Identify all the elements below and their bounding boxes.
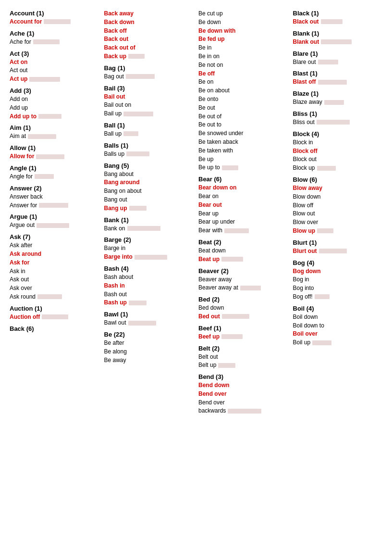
list-item: Bang out <box>104 196 194 204</box>
list-item: Be snowed under <box>198 129 288 138</box>
entry: Back awayBack downBack offBack outBack o… <box>104 10 194 61</box>
phrase-text: Bash in <box>104 282 125 290</box>
phrase-list: Bawl out <box>104 319 194 327</box>
phrase-text: Block up <box>293 164 315 172</box>
phrase-text: Beaver away at <box>198 284 238 292</box>
list-item: Bear up under <box>198 218 288 226</box>
list-item: Bail up <box>104 110 194 118</box>
frequency-bar <box>222 314 249 319</box>
phrase-list: Beat downBeat up <box>198 247 288 264</box>
phrase-text: Blow out <box>293 210 315 218</box>
phrase-text: Be up to <box>198 163 220 172</box>
entry: Act (3)Act onAct outAct up <box>10 50 99 83</box>
entry-header: Ball (1) <box>104 122 194 129</box>
phrase-text: Block off <box>293 147 318 155</box>
entry: Barge (2)Barge inBarge into <box>104 236 194 261</box>
entry-header: Blank (1) <box>293 30 383 37</box>
list-item: Blurt out <box>293 247 383 255</box>
list-item: Be cut up <box>198 10 288 18</box>
phrase-text: Ask over <box>10 284 32 292</box>
phrase-text: Bear out <box>198 201 222 209</box>
list-item: Be taken aback <box>198 138 288 146</box>
list-item: Ball up <box>104 130 194 138</box>
list-item: Blast off <box>293 78 383 86</box>
entry: Bed (2)Bed downBed out <box>198 296 288 321</box>
phrase-text: Bog off! <box>293 293 313 301</box>
frequency-bar <box>127 226 161 231</box>
list-item: Beat up <box>198 255 288 264</box>
list-item: Bank on <box>104 225 194 233</box>
entry: Black (1)Black out <box>293 10 383 26</box>
list-item: Be down <box>198 18 288 26</box>
list-item: Block out <box>293 155 383 163</box>
frequency-bar <box>312 340 331 345</box>
phrase-text: Bliss out <box>293 118 315 126</box>
list-item: Black out <box>293 18 383 26</box>
list-item: Act out <box>10 66 99 75</box>
entry: Answer (2)Answer backAnswer for <box>10 185 99 210</box>
entry: Blank (1)Blank out <box>293 30 383 46</box>
list-item: Block up <box>293 164 383 172</box>
column-2: Back awayBack downBack offBack outBack o… <box>104 10 194 368</box>
phrase-text: Ask around <box>10 250 41 258</box>
phrase-list: Bear down onBear onBear outBear upBear u… <box>198 184 288 235</box>
entry-header: Bog (4) <box>293 259 383 266</box>
phrase-list: Blaze away <box>293 98 383 106</box>
phrase-text: Be on <box>198 78 213 86</box>
phrase-text: Bend over <box>198 399 225 407</box>
list-item: Beat down <box>198 247 288 255</box>
list-item: Belt up <box>198 361 288 369</box>
frequency-bar <box>36 154 64 159</box>
phrase-text: Bear up under <box>198 218 235 226</box>
entry: Bank (1)Bank on <box>104 216 194 233</box>
list-item: Be away <box>104 356 194 364</box>
list-item: Bang up <box>104 204 194 213</box>
frequency-bar <box>128 54 145 59</box>
frequency-bar <box>321 19 343 24</box>
list-item: Boil up <box>293 339 383 347</box>
phrase-text: Bang around <box>104 178 140 187</box>
phrase-text: Bog down <box>293 267 321 276</box>
frequency-bar <box>123 131 138 136</box>
phrase-text: Be down <box>198 18 221 26</box>
phrase-text: Bank on <box>104 225 125 233</box>
list-item: Beef up <box>198 333 288 341</box>
phrase-text: Beef up <box>198 333 220 341</box>
frequency-bar <box>28 134 56 139</box>
list-item: Bear up <box>198 210 288 218</box>
entry-header: Black (1) <box>293 10 383 17</box>
list-item: Be onto <box>198 95 288 103</box>
entry: Belt (2)Belt outBelt up <box>198 345 288 370</box>
entry-header: Barge (2) <box>104 236 194 243</box>
list-item: Ask for <box>10 259 99 267</box>
phrase-text: Blank out <box>293 38 319 46</box>
list-item: Bash in <box>104 282 194 290</box>
phrase-list: Bed downBed out <box>198 304 288 321</box>
phrase-list: Blurt out <box>293 247 383 255</box>
list-item: Boil down to <box>293 322 383 330</box>
list-item: Ask over <box>10 284 99 292</box>
entry: Aim (1)Aim at <box>10 124 99 140</box>
entry: Ask (7)Ask afterAsk aroundAsk forAsk inA… <box>10 233 99 301</box>
list-item: Bawl out <box>104 319 194 327</box>
entry-header: Belt (2) <box>198 345 288 352</box>
list-item: Argue out <box>10 221 99 229</box>
frequency-bar <box>228 409 261 414</box>
list-item: Bog down <box>293 267 383 276</box>
frequency-bar <box>317 228 333 233</box>
entry: Back (6) <box>10 325 99 333</box>
list-item: Add up <box>10 104 99 112</box>
phrase-text: Beat up <box>198 255 220 264</box>
list-item: Ask round <box>10 293 99 301</box>
list-item: Balls up <box>104 150 194 158</box>
phrase-text: Blow down <box>293 193 321 201</box>
phrase-text: Add up <box>10 104 28 112</box>
list-item: Be in <box>198 44 288 52</box>
entry-header: Auction (1) <box>10 305 99 312</box>
phrase-text: Balls up <box>104 150 125 158</box>
list-item: Add up to <box>10 113 99 121</box>
entry: Ache (1)Ache for <box>10 30 99 46</box>
phrase-list: Blast off <box>293 78 383 86</box>
phrase-list: Argue out <box>10 221 99 229</box>
phrase-text: Bed out <box>198 313 220 321</box>
